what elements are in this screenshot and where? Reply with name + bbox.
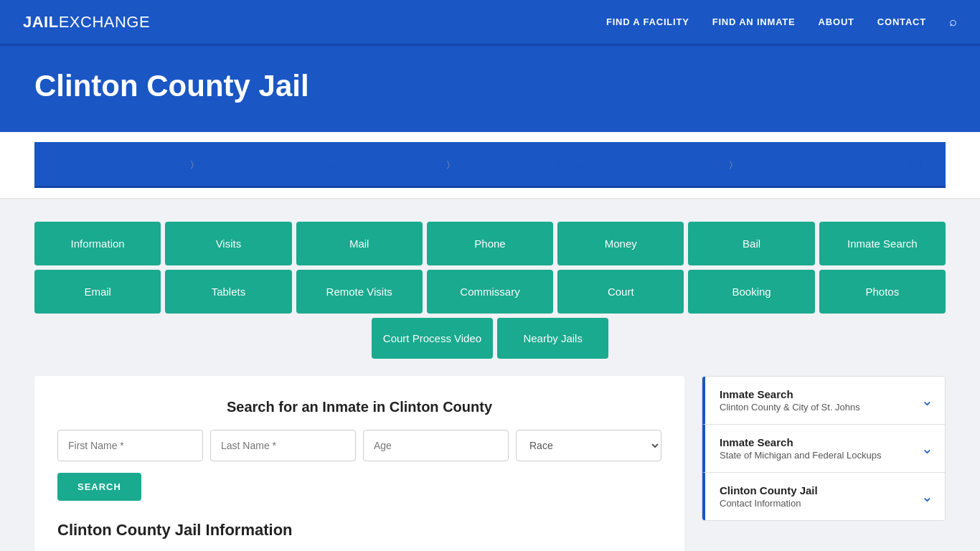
last-name-input[interactable]: [210, 430, 356, 461]
lower-section: Search for an Inmate in Clinton County R…: [34, 376, 946, 551]
chevron-down-icon: ⌄: [921, 392, 933, 409]
sidebar-item-contact-title: Clinton County Jail: [720, 484, 818, 496]
logo-jail: JAIL: [23, 13, 59, 31]
btn-court-process-video[interactable]: Court Process Video: [372, 318, 493, 359]
breadcrumb-county[interactable]: Clinton County: [557, 159, 623, 170]
btn-booking[interactable]: Booking: [688, 270, 814, 314]
search-fields: Race: [57, 430, 661, 461]
btn-phone[interactable]: Phone: [427, 222, 553, 265]
race-select[interactable]: Race: [516, 430, 661, 461]
sidebar-item-state-title: Inmate Search: [720, 436, 881, 448]
btn-inmate-search[interactable]: Inmate Search: [819, 222, 946, 265]
button-grid-row2: Email Tablets Remote Visits Commissary C…: [34, 270, 946, 314]
sidebar-item-contact[interactable]: Clinton County Jail Contact Information …: [702, 473, 945, 520]
breadcrumb-sep-1: 〉: [191, 159, 194, 169]
breadcrumb-home[interactable]: Home: [57, 159, 84, 170]
sidebar-item-county-title: Inmate Search: [720, 388, 860, 400]
nav-find-facility[interactable]: FIND A FACILITY: [606, 17, 689, 27]
breadcrumb-michigan[interactable]: Michigan: [301, 159, 341, 170]
btn-money[interactable]: Money: [557, 222, 684, 265]
btn-photos[interactable]: Photos: [819, 270, 946, 314]
chevron-down-icon-3: ⌄: [921, 488, 933, 505]
breadcrumb-bar: Home 〉 Michigan 〉 Clinton County 〉 Clint…: [0, 132, 980, 199]
sidebar-item-state-search[interactable]: Inmate Search State of Michigan and Fede…: [702, 425, 945, 473]
first-name-input[interactable]: [57, 430, 203, 461]
btn-commissary[interactable]: Commissary: [427, 270, 553, 314]
btn-visits[interactable]: Visits: [165, 222, 291, 265]
age-input[interactable]: [363, 430, 509, 461]
button-grid-row1: Information Visits Mail Phone Money Bail…: [34, 222, 946, 265]
search-icon[interactable]: ⌕: [949, 14, 957, 29]
page-title: Clinton County Jail: [34, 69, 946, 103]
breadcrumb-sep-2: 〉: [447, 159, 450, 169]
btn-nearby-jails[interactable]: Nearby Jails: [497, 318, 608, 359]
nav-links: FIND A FACILITY FIND AN INMATE ABOUT CON…: [606, 14, 957, 29]
btn-information[interactable]: Information: [34, 222, 161, 265]
sidebar: Inmate Search Clinton County & City of S…: [702, 376, 946, 521]
btn-tablets[interactable]: Tablets: [165, 270, 291, 314]
site-logo[interactable]: JAILEXCHANGE: [23, 13, 150, 32]
sidebar-item-contact-subtitle: Contact Information: [720, 498, 818, 509]
breadcrumb-current: Clinton County Jail: [839, 159, 923, 170]
search-panel: Search for an Inmate in Clinton County R…: [34, 376, 684, 551]
sidebar-item-county-search[interactable]: Inmate Search Clinton County & City of S…: [702, 377, 945, 425]
chevron-down-icon-2: ⌄: [921, 440, 933, 457]
breadcrumb: Home 〉 Michigan 〉 Clinton County 〉 Clint…: [34, 142, 946, 188]
btn-mail[interactable]: Mail: [296, 222, 423, 265]
info-section-header: Clinton County Jail Information: [57, 521, 661, 540]
sidebar-item-county-subtitle: Clinton County & City of St. Johns: [720, 402, 860, 413]
btn-bail[interactable]: Bail: [688, 222, 814, 265]
sidebar-item-state-subtitle: State of Michigan and Federal Lockups: [720, 450, 881, 461]
breadcrumb-sep-3: 〉: [730, 159, 732, 169]
navbar: JAILEXCHANGE FIND A FACILITY FIND AN INM…: [0, 0, 980, 46]
button-grid-row3: Court Process Video Nearby Jails: [34, 318, 946, 359]
nav-find-inmate[interactable]: FIND AN INMATE: [712, 17, 796, 27]
hero-section: Clinton County Jail: [0, 46, 980, 132]
search-button[interactable]: SEARCH: [57, 473, 141, 501]
nav-contact[interactable]: CONTACT: [877, 17, 926, 27]
main-content: Information Visits Mail Phone Money Bail…: [0, 199, 980, 551]
logo-exchange: EXCHANGE: [59, 13, 150, 31]
btn-remote-visits[interactable]: Remote Visits: [296, 270, 423, 314]
btn-court[interactable]: Court: [557, 270, 684, 314]
search-title: Search for an Inmate in Clinton County: [57, 399, 661, 415]
info-title: Clinton County Jail Information: [57, 521, 661, 540]
btn-email[interactable]: Email: [34, 270, 161, 314]
nav-about[interactable]: ABOUT: [819, 17, 854, 27]
